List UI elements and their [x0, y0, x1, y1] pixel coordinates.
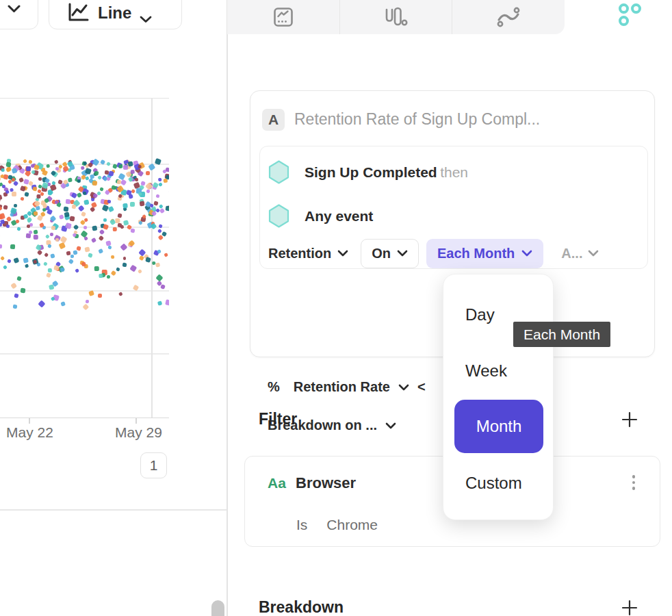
scrollbar-thumb[interactable]: [211, 600, 224, 616]
query-step-badge: A: [262, 109, 285, 131]
metrics-dots-icon: [619, 3, 642, 27]
event-hexagon-icon: [268, 204, 289, 228]
event-row-return[interactable]: Any event: [268, 204, 373, 228]
dropdown-item-day[interactable]: Day: [465, 300, 495, 329]
interval-tooltip: Each Month: [513, 322, 610, 347]
event-suffix: then: [440, 164, 468, 180]
breakdown-heading: Breakdown: [259, 598, 344, 616]
x-axis-tick: [29, 418, 30, 424]
filter-condition[interactable]: Is Chrome: [296, 517, 378, 533]
query-title[interactable]: Retention Rate of Sign Up Compl...: [294, 110, 540, 129]
line-chart-icon: [67, 2, 90, 23]
x-axis-label: May 22: [6, 424, 53, 441]
text-property-icon: Aa: [268, 475, 286, 491]
filter-operator[interactable]: Is: [296, 517, 307, 533]
on-label: On: [372, 246, 391, 261]
interval-dropdown-menu: DayWeekMonthCustom: [443, 274, 554, 520]
retention-scatter-chart: [0, 98, 169, 418]
chevron-down-icon: [397, 250, 408, 257]
tooltip-text: Each Month: [524, 326, 600, 343]
chevron-down-icon: [337, 250, 348, 257]
divider: [0, 509, 227, 511]
interval-label: Each Month: [437, 246, 515, 261]
tab-flow[interactable]: [452, 0, 565, 34]
chevron-down-icon: [398, 384, 409, 391]
on-dropdown-button[interactable]: On: [361, 239, 419, 268]
metric-suffix: <: [417, 379, 426, 395]
dropdown-item-month[interactable]: Month: [454, 400, 543, 453]
bar-chart-icon: [385, 6, 408, 28]
gridline: [151, 99, 153, 418]
percent-icon: %: [268, 379, 280, 395]
chart-type-line-button[interactable]: Line: [49, 0, 182, 29]
truncated-dropdown[interactable]: A...: [561, 246, 599, 261]
flow-chart-icon: [496, 6, 521, 28]
tab-bar-chart[interactable]: [339, 0, 452, 34]
add-filter-button[interactable]: [620, 410, 639, 429]
plus-icon: [621, 599, 638, 616]
event-name: Any event: [305, 208, 373, 224]
insights-chart-icon: [273, 7, 294, 27]
panel-divider: [227, 0, 228, 616]
retention-type-dropdown[interactable]: Retention: [268, 246, 348, 261]
filter-value[interactable]: Chrome: [326, 517, 378, 533]
page-number-badge[interactable]: 1: [140, 452, 167, 478]
chevron-down-icon: [8, 5, 21, 13]
tab-metrics-active[interactable]: [589, 0, 672, 34]
chevron-down-icon: [385, 422, 396, 429]
plus-icon: [621, 411, 638, 428]
metric-label: Retention Rate: [294, 379, 390, 395]
add-breakdown-button[interactable]: [620, 598, 639, 616]
chart-type-label: Line: [98, 3, 131, 23]
event-hexagon-icon: [268, 160, 289, 184]
x-axis-label: May 29: [115, 424, 162, 441]
interval-dropdown-button[interactable]: Each Month: [426, 239, 543, 268]
filter-heading: Filter: [259, 410, 297, 428]
collapsed-dropdown-button[interactable]: [0, 0, 38, 29]
event-selection-card: Sign Up Completed then Any event Retenti…: [259, 146, 648, 269]
kebab-menu-icon[interactable]: [630, 475, 638, 490]
chevron-down-icon: [588, 250, 599, 257]
event-name: Sign Up Completed: [305, 164, 437, 180]
metric-row[interactable]: % Retention Rate <: [268, 379, 426, 395]
dropdown-item-week[interactable]: Week: [465, 357, 507, 385]
chart-type-tabbar: [227, 0, 565, 34]
chevron-down-icon: [521, 250, 532, 257]
filter-property-name[interactable]: Browser: [296, 474, 356, 492]
truncated-label: A...: [561, 246, 582, 261]
event-row-first[interactable]: Sign Up Completed then: [268, 160, 468, 184]
chevron-down-icon: [140, 16, 152, 23]
gridline: [0, 353, 169, 355]
dropdown-item-custom[interactable]: Custom: [465, 469, 522, 498]
retention-controls-row: Retention On Each Month A...: [268, 238, 599, 268]
x-axis-tick: [135, 418, 137, 424]
retention-type-label: Retention: [268, 246, 331, 261]
tab-insights[interactable]: [227, 0, 339, 34]
